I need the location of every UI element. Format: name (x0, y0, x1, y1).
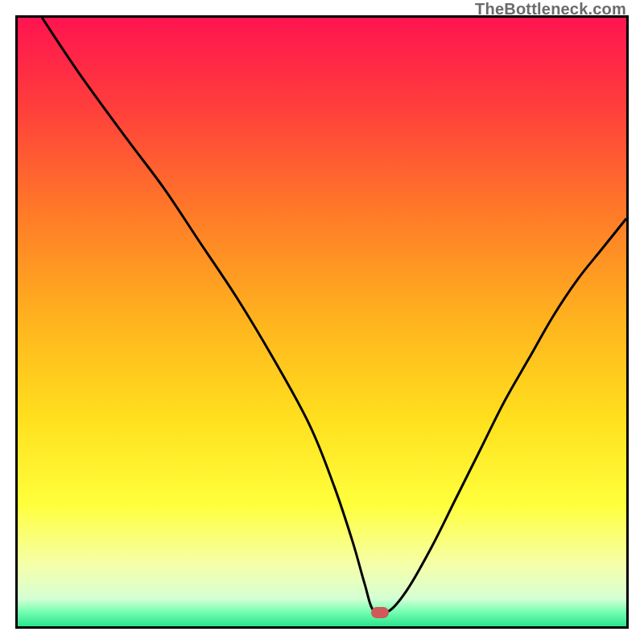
bottleneck-curve (42, 18, 626, 614)
bottleneck-marker (371, 607, 389, 618)
chart-frame: TheBottleneck.com (0, 0, 644, 644)
plot-area (15, 15, 629, 629)
curve-layer (18, 18, 626, 626)
